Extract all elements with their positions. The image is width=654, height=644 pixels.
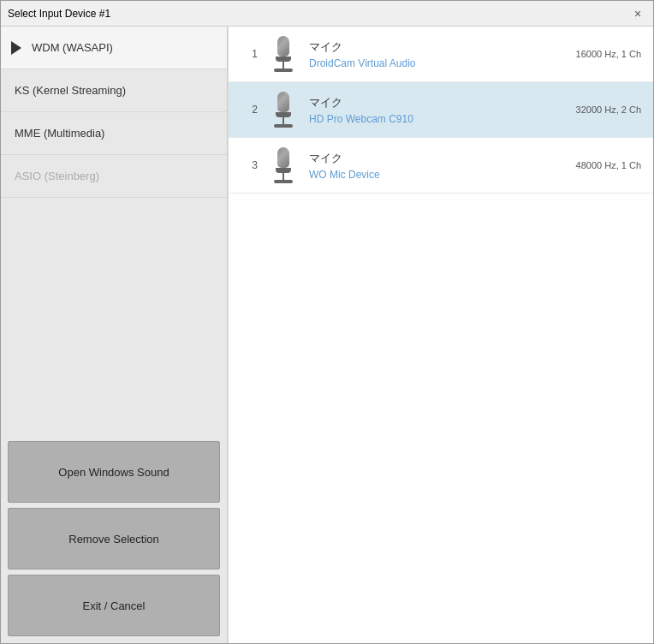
microphone-icon xyxy=(268,35,299,73)
sidebar-item-asio: ASIO (Steinberg) xyxy=(1,155,227,198)
main-window: Select Input Device #1 × WDM (WASAPI)KS … xyxy=(0,0,654,644)
sidebar-items: WDM (WASAPI)KS (Kernel Streaming)MME (Mu… xyxy=(1,27,227,434)
device-list: 1 マイクDroidCam Virtual Audio16000 Hz, 1 C… xyxy=(228,27,653,643)
main-content: WDM (WASAPI)KS (Kernel Streaming)MME (Mu… xyxy=(1,27,653,643)
title-bar: Select Input Device #1 × xyxy=(1,1,653,27)
remove-selection-button[interactable]: Remove Selection xyxy=(8,508,220,569)
sidebar-item-label: KS (Kernel Streaming) xyxy=(15,84,126,97)
sidebar: WDM (WASAPI)KS (Kernel Streaming)MME (Mu… xyxy=(1,27,228,643)
sidebar-item-mme[interactable]: MME (Multimedia) xyxy=(1,112,227,155)
device-specs: 16000 Hz, 1 Ch xyxy=(576,49,641,59)
device-item[interactable]: 3 マイクWO Mic Device48000 Hz, 1 Ch xyxy=(229,138,653,194)
device-specs: 32000 Hz, 2 Ch xyxy=(576,104,641,115)
sidebar-item-ks-kernel[interactable]: KS (Kernel Streaming) xyxy=(1,69,227,112)
device-specs: 48000 Hz, 1 Ch xyxy=(576,160,641,170)
device-number: 3 xyxy=(241,159,258,171)
close-button[interactable]: × xyxy=(629,5,646,22)
window-title: Select Input Device #1 xyxy=(8,8,110,20)
device-number: 2 xyxy=(241,104,258,116)
microphone-icon xyxy=(268,146,299,184)
open-windows-sound-button[interactable]: Open Windows Sound xyxy=(8,441,220,503)
device-name-english: DroidCam Virtual Audio xyxy=(309,57,576,69)
sidebar-item-label: MME (Multimedia) xyxy=(15,127,104,140)
device-item[interactable]: 1 マイクDroidCam Virtual Audio16000 Hz, 1 C… xyxy=(229,27,653,82)
exit-cancel-button[interactable]: Exit / Cancel xyxy=(8,575,220,636)
sidebar-item-label: ASIO (Steinberg) xyxy=(15,170,99,182)
sidebar-item-wdm-wasapi[interactable]: WDM (WASAPI) xyxy=(1,27,227,69)
device-name-english: HD Pro Webcam C910 xyxy=(309,113,576,125)
device-name-japanese: マイク xyxy=(309,95,576,110)
device-name-japanese: マイク xyxy=(309,151,576,166)
sidebar-item-label: WDM (WASAPI) xyxy=(32,41,113,54)
device-name-japanese: マイク xyxy=(309,39,576,55)
sidebar-buttons: Open Windows Sound Remove Selection Exit… xyxy=(1,434,227,643)
device-item[interactable]: 2 マイクHD Pro Webcam C91032000 Hz, 2 Ch xyxy=(229,82,653,138)
device-number: 1 xyxy=(241,48,258,60)
device-info: マイクHD Pro Webcam C910 xyxy=(309,95,576,125)
device-info: マイクWO Mic Device xyxy=(309,151,576,181)
device-name-english: WO Mic Device xyxy=(309,169,576,181)
microphone-icon xyxy=(268,91,299,128)
device-info: マイクDroidCam Virtual Audio xyxy=(309,39,576,69)
